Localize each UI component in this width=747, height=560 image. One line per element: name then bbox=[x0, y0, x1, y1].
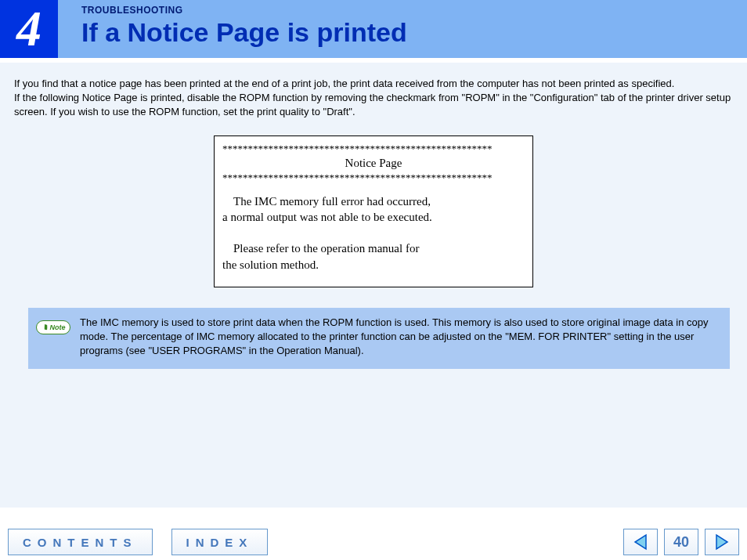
svg-marker-1 bbox=[716, 535, 727, 549]
asterisk-line-top: ****************************************… bbox=[222, 143, 525, 155]
page-title: If a Notice Page is printed bbox=[81, 17, 407, 48]
next-page-button[interactable] bbox=[705, 529, 739, 555]
notice-title: Notice Page bbox=[222, 155, 525, 172]
notice-line-1: The IMC memory full error had occurred, bbox=[222, 193, 525, 209]
page-footer: CONTENTS INDEX 40 bbox=[0, 518, 747, 560]
notice-line-4: the solution method. bbox=[222, 258, 319, 271]
intro-paragraph-2: If the following Notice Page is printed,… bbox=[14, 91, 733, 119]
page-number: 40 bbox=[673, 534, 689, 551]
page-body: If you find that a notice page has been … bbox=[0, 63, 747, 508]
manual-page: 4 TROUBLESHOOTING If a Notice Page is pr… bbox=[0, 0, 747, 560]
notice-page-sample: ****************************************… bbox=[214, 135, 533, 287]
svg-marker-0 bbox=[635, 535, 646, 549]
header-text-block: TROUBLESHOOTING If a Notice Page is prin… bbox=[58, 0, 407, 58]
note-badge-label: Note bbox=[50, 323, 66, 331]
page-number-box: 40 bbox=[664, 529, 698, 555]
notice-line-3: Please refer to the operation manual for bbox=[222, 240, 525, 256]
intro-text: If you find that a notice page has been … bbox=[14, 77, 733, 120]
note-block: Note The IMC memory is used to store pri… bbox=[28, 308, 730, 370]
index-button[interactable]: INDEX bbox=[171, 529, 269, 555]
note-badge: Note bbox=[36, 320, 70, 334]
asterisk-line-bottom: ****************************************… bbox=[222, 172, 525, 184]
note-text: The IMC memory is used to store print da… bbox=[80, 316, 719, 359]
notice-line-2: a normal output was not able to be execu… bbox=[222, 211, 432, 223]
index-label: INDEX bbox=[186, 536, 254, 549]
contents-label: CONTENTS bbox=[23, 536, 138, 549]
prev-arrow-icon bbox=[632, 533, 649, 551]
notice-body: The IMC memory full error had occurred, … bbox=[222, 193, 525, 273]
section-label: TROUBLESHOOTING bbox=[81, 5, 407, 16]
intro-paragraph-1: If you find that a notice page has been … bbox=[14, 77, 733, 91]
contents-button[interactable]: CONTENTS bbox=[8, 529, 153, 555]
next-arrow-icon bbox=[713, 533, 731, 551]
chapter-number-box: 4 bbox=[0, 0, 58, 58]
prev-page-button[interactable] bbox=[623, 529, 658, 555]
chapter-number: 4 bbox=[16, 0, 42, 58]
page-header: 4 TROUBLESHOOTING If a Notice Page is pr… bbox=[0, 0, 747, 58]
